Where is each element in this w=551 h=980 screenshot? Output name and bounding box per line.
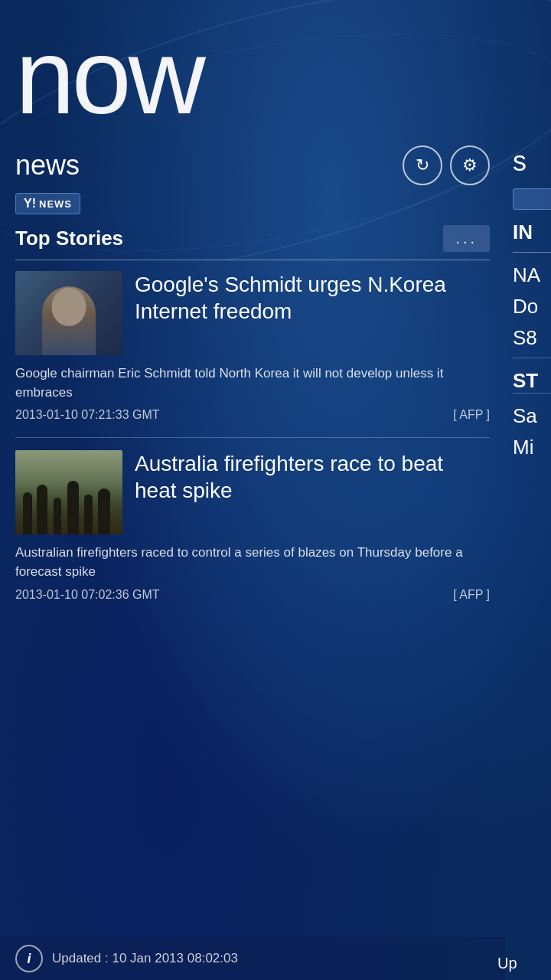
right-stories-header: IN <box>513 220 551 253</box>
article-top: Google's Schmidt urges N.Korea Internet … <box>15 271 490 355</box>
tree-2 <box>37 485 47 534</box>
article-title-schmidt: Google's Schmidt urges N.Korea Internet … <box>135 271 490 355</box>
tree-3 <box>54 498 61 534</box>
right-section-title: s <box>513 145 551 178</box>
thumbnail-fire <box>15 450 122 534</box>
main-layout: news ↻ ⚙ Y! NEWS Top Stories ... <box>0 145 551 896</box>
right-item-1: NA <box>513 263 551 287</box>
app-title: now <box>0 0 551 130</box>
article-thumbnail-schmidt <box>15 271 122 355</box>
article-thumbnail-fire <box>15 450 122 534</box>
settings-button[interactable]: ⚙ <box>450 145 490 185</box>
info-icon: i <box>15 945 43 972</box>
article-firefighters[interactable]: Australia firefighters race to beat heat… <box>15 450 490 601</box>
right-divider <box>513 358 551 358</box>
article-meta-firefighters: 2013-01-10 07:02:36 GMT [ AFP ] <box>15 588 490 602</box>
refresh-icon: ↻ <box>416 155 429 175</box>
section-header: news ↻ ⚙ <box>15 145 490 185</box>
update-text: Updated : 10 Jan 2013 08:02:03 <box>52 951 238 966</box>
right-panel: s IN NA Do S8 ST Sa Mi <box>505 145 551 896</box>
right-st-label: ST <box>513 369 551 393</box>
settings-icon: ⚙ <box>462 155 478 175</box>
article-top-2: Australia firefighters race to beat heat… <box>15 450 490 534</box>
article-schmidt[interactable]: Google's Schmidt urges N.Korea Internet … <box>15 271 490 422</box>
yahoo-text: NEWS <box>39 198 72 210</box>
yahoo-badge: Y! NEWS <box>15 193 80 214</box>
tree-6 <box>98 488 110 534</box>
article-timestamp-schmidt: 2013-01-10 07:21:33 GMT <box>15 408 160 422</box>
right-item-2: Do <box>513 295 551 318</box>
stories-title: Top Stories <box>15 227 123 250</box>
right-update-text: Up <box>497 955 517 972</box>
right-yahoo-badge <box>513 188 551 210</box>
article-source-firefighters: [ AFP ] <box>453 588 490 602</box>
tree-1 <box>23 492 32 534</box>
more-button[interactable]: ... <box>443 225 490 252</box>
tree-5 <box>84 495 93 534</box>
right-stories-label: IN <box>513 220 533 243</box>
article-title-firefighters: Australia firefighters race to beat heat… <box>135 450 490 534</box>
article-meta-schmidt: 2013-01-10 07:21:33 GMT [ AFP ] <box>15 408 490 422</box>
right-divider-2 <box>513 393 551 394</box>
refresh-button[interactable]: ↻ <box>403 145 442 185</box>
stories-header: Top Stories ... <box>15 225 490 260</box>
section-title: news <box>15 149 80 181</box>
article-summary-firefighters: Australian firefighters raced to control… <box>15 544 490 581</box>
article-source-schmidt: [ AFP ] <box>453 408 490 422</box>
news-panel: news ↻ ⚙ Y! NEWS Top Stories ... <box>0 145 505 896</box>
yahoo-logo: Y! <box>24 197 36 211</box>
right-stories-item-1: Sa <box>513 404 551 428</box>
header-icons: ↻ ⚙ <box>403 145 490 185</box>
article-timestamp-firefighters: 2013-01-10 07:02:36 GMT <box>15 588 160 602</box>
article-divider <box>15 437 490 438</box>
update-bar: i Updated : 10 Jan 2013 08:02:03 <box>0 937 505 980</box>
right-item-3: S8 <box>513 326 551 350</box>
article-summary-schmidt: Google chairman Eric Schmidt told North … <box>15 364 490 402</box>
tree-4 <box>67 481 79 534</box>
right-stories-item-2: Mi <box>513 436 551 459</box>
right-update: Up <box>490 947 551 980</box>
thumbnail-person <box>15 271 122 355</box>
